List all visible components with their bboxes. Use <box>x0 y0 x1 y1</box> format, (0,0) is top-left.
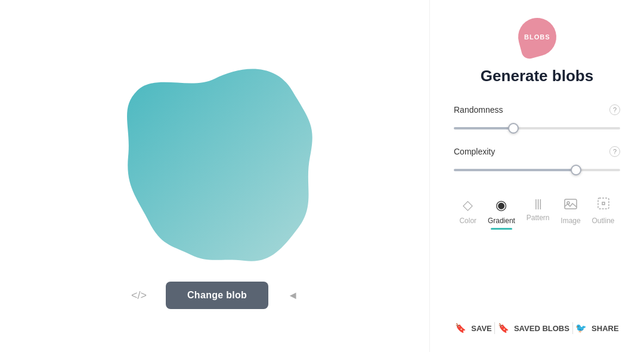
randomness-help-icon[interactable]: ? <box>609 104 620 115</box>
saved-blobs-button[interactable]: 🔖 SAVED BLOBS <box>498 323 569 334</box>
randomness-slider[interactable] <box>454 127 620 129</box>
divider-1 <box>494 322 495 334</box>
complexity-label: Complexity <box>454 147 495 156</box>
saved-blobs-icon: 🔖 <box>498 323 509 334</box>
footer-actions: 🔖 SAVE 🔖 SAVED BLOBS 🐦 SHARE <box>454 313 620 334</box>
bottom-controls: </> Change blob ◄ <box>126 282 303 309</box>
share-button[interactable]: 🐦 SHARE <box>575 323 619 334</box>
tab-color[interactable]: ◇ Color <box>459 197 476 230</box>
save-icon: 🔖 <box>455 323 466 334</box>
tab-pattern[interactable]: ||| Pattern <box>527 197 550 230</box>
divider-2 <box>572 322 573 334</box>
tab-gradient[interactable]: ◉ Gradient <box>488 197 515 230</box>
pattern-tab-label: Pattern <box>527 214 550 222</box>
saved-blobs-label: SAVED BLOBS <box>514 324 569 333</box>
tab-outline[interactable]: Outline <box>592 197 615 230</box>
logo-badge: BLOBS <box>513 14 560 60</box>
share-label: SHARE <box>592 324 619 333</box>
image-tab-label: Image <box>561 217 580 225</box>
flutter-button[interactable]: ◄ <box>283 285 303 307</box>
randomness-section: Randomness ? <box>454 104 620 132</box>
left-panel: </> Change blob ◄ <box>0 0 429 352</box>
share-icon: 🐦 <box>575 323 587 334</box>
image-tab-icon <box>564 197 577 213</box>
logo-text: BLOBS <box>524 33 550 41</box>
svg-rect-3 <box>602 202 605 205</box>
gradient-tab-icon: ◉ <box>496 197 507 213</box>
gradient-tab-label: Gradient <box>488 217 515 225</box>
tab-image[interactable]: Image <box>561 197 580 230</box>
color-tab-icon: ◇ <box>463 197 473 213</box>
complexity-slider[interactable] <box>454 169 620 171</box>
pattern-tab-icon: ||| <box>535 197 541 210</box>
randomness-label: Randomness <box>454 105 503 115</box>
complexity-section: Complexity ? <box>454 146 620 174</box>
save-button[interactable]: 🔖 SAVE <box>455 323 491 334</box>
complexity-help-icon[interactable]: ? <box>609 146 620 157</box>
save-label: SAVE <box>471 324 491 333</box>
code-icon: </> <box>131 289 147 302</box>
page-title: Generate blobs <box>454 67 620 85</box>
svg-rect-0 <box>565 199 577 209</box>
code-button[interactable]: </> <box>126 285 151 307</box>
color-tab-label: Color <box>459 217 476 225</box>
change-blob-button[interactable]: Change blob <box>166 282 268 309</box>
blob-preview <box>89 43 340 270</box>
svg-rect-2 <box>598 198 609 209</box>
right-panel: BLOBS Generate blobs Randomness ? Comple… <box>429 0 644 352</box>
tabs-section: ◇ Color ◉ Gradient ||| Pattern Image <box>454 197 620 230</box>
outline-tab-label: Outline <box>592 217 615 225</box>
outline-tab-icon <box>597 197 609 213</box>
flutter-icon: ◄ <box>287 289 298 302</box>
